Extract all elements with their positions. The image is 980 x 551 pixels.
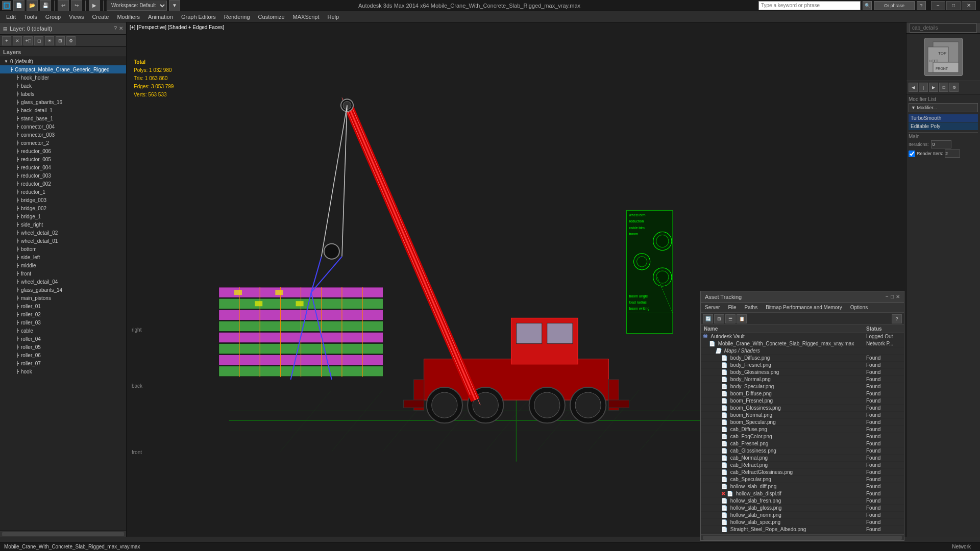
at-row-9[interactable]: 📄 boom_Fresnel.pngFound	[701, 397, 904, 405]
at-row-19[interactable]: 📄 cab_RefractGlossiness.pngFound	[701, 469, 904, 476]
menu-item-tools[interactable]: Tools	[20, 13, 41, 21]
modifier-editable-poly[interactable]: Editable Poly	[909, 122, 978, 130]
open-btn[interactable]: 📂	[27, 0, 38, 11]
layer-item-bridge_1[interactable]: ┝bridge_1	[0, 212, 126, 220]
layer-add-sel-btn[interactable]: +□	[23, 36, 33, 45]
layer-item-middle[interactable]: ┝middle	[0, 261, 126, 269]
menu-item-edit[interactable]: Edit	[2, 13, 20, 21]
layer-item-hook[interactable]: ┝hook	[0, 367, 126, 375]
at-row-11[interactable]: 📄 boom_Normal.pngFound	[701, 412, 904, 419]
layer-list[interactable]: ▼0 (default)┝Compact_Mobile_Crane_Generi…	[0, 57, 126, 531]
layer-help-btn[interactable]: ?	[114, 26, 117, 31]
rt-btn5[interactable]: ⚙	[949, 83, 959, 92]
at-row-13[interactable]: 📄 cab_Diffuse.pngFound	[701, 426, 904, 433]
layer-item-connector_003[interactable]: ┝connector_003	[0, 131, 126, 139]
at-menu-bitmap-performance-and-memory[interactable]: Bitmap Performance and Memory	[762, 304, 846, 311]
at-row-3[interactable]: 📄 body_Diffuse.pngFound	[701, 355, 904, 362]
layer-item-stand_base_1[interactable]: ┝stand_base_1	[0, 114, 126, 122]
layer-create-btn[interactable]: +	[2, 36, 11, 45]
at-row-27[interactable]: 📄 Straight_Steel_Rope_Albedo.pngFound	[701, 526, 904, 533]
close-btn[interactable]: ✕	[962, 1, 976, 10]
render-frame-btn[interactable]: ▶	[89, 0, 100, 11]
layer-item-wheel_detail_01[interactable]: ┝wheel_detail_01	[0, 237, 126, 245]
layer-item-side_left[interactable]: ┝side_left	[0, 253, 126, 261]
layer-item-reductor_004[interactable]: ┝reductor_004	[0, 163, 126, 171]
menu-item-customize[interactable]: Customize	[254, 13, 289, 21]
at-row-5[interactable]: 📄 body_Glossiness.pngFound	[701, 369, 904, 376]
undo-btn[interactable]: ↩	[58, 0, 69, 11]
layer-item-glass_gabarits_14[interactable]: ┝glass_gabarits_14	[0, 286, 126, 294]
render-iters-input[interactable]	[945, 149, 960, 158]
layer-item-back[interactable]: ┝back	[0, 82, 126, 90]
layer-item-wheel_detail_04[interactable]: ┝wheel_detail_04	[0, 278, 126, 286]
layer-item-roller_07[interactable]: ┝roller_07	[0, 359, 126, 367]
at-row-16[interactable]: 📄 cab_Glossiness.pngFound	[701, 447, 904, 455]
at-row-10[interactable]: 📄 boom_Glossiness.pngFound	[701, 405, 904, 412]
search-input[interactable]	[758, 1, 861, 10]
layer-item-back_detail_1[interactable]: ┝back_detail_1	[0, 106, 126, 114]
at-row-25[interactable]: 📄 hollow_slab_norm.pngFound	[701, 512, 904, 519]
save-btn[interactable]: 💾	[40, 0, 51, 11]
at-row-8[interactable]: 📄 boom_Diffuse.pngFound	[701, 390, 904, 397]
layer-item-roller_06[interactable]: ┝roller_06	[0, 351, 126, 359]
layer-merge-btn[interactable]: ⊞	[56, 36, 65, 45]
at-tb-btn2[interactable]: ⊞	[714, 314, 724, 323]
at-menu-options[interactable]: Options	[846, 304, 872, 311]
at-menu-file[interactable]: File	[724, 304, 740, 311]
layer-delete-btn[interactable]: ✕	[13, 36, 22, 45]
menu-item-help[interactable]: Help	[324, 13, 344, 21]
at-row-22[interactable]: ✖📄 hollow_slab_displ.tifFound	[701, 490, 904, 497]
modifier-turbosmooth[interactable]: TurboSmooth	[909, 114, 978, 122]
rt-btn4[interactable]: ⊡	[939, 83, 948, 92]
at-row-21[interactable]: 📄 hollow_slab_diff.pngFound	[701, 483, 904, 490]
menu-item-maxscript[interactable]: MAXScript	[289, 13, 324, 21]
at-row-18[interactable]: 📄 cab_Refract.pngFound	[701, 462, 904, 469]
rt-btn3[interactable]: ▶	[929, 83, 938, 92]
at-row-2[interactable]: 📄 Maps / Shaders	[701, 347, 904, 355]
minimize-btn[interactable]: −	[931, 1, 945, 10]
at-row-14[interactable]: 📄 cab_FogColor.pngFound	[701, 433, 904, 440]
layer-highlight-btn[interactable]: ☀	[45, 36, 54, 45]
at-row-15[interactable]: 📄 cab_Fresnel.pngFound	[701, 440, 904, 447]
at-row-26[interactable]: 📄 hollow_slab_spec.pngFound	[701, 519, 904, 526]
layer-close-btn[interactable]: ✕	[119, 26, 123, 31]
modifier-dropdown[interactable]: ▼ Modifier...	[909, 105, 977, 110]
layer-item-roller_03[interactable]: ┝roller_03	[0, 318, 126, 327]
rt-btn1[interactable]: ◀	[909, 83, 918, 92]
layer-item-reductor_003[interactable]: ┝reductor_003	[0, 171, 126, 180]
layer-item-front[interactable]: ┝front	[0, 269, 126, 278]
at-row-1[interactable]: 📄 Mobile_Crane_With_Concrete_Slab_Rigged…	[701, 340, 904, 347]
at-tb-btn3[interactable]: ☰	[725, 314, 736, 323]
maximize-btn[interactable]: □	[946, 1, 961, 10]
at-row-17[interactable]: 📄 cab_Normal.pngFound	[701, 455, 904, 462]
at-row-4[interactable]: 📄 body_Fresnel.pngFound	[701, 362, 904, 369]
layer-item-bridge_003[interactable]: ┝bridge_003	[0, 196, 126, 204]
layer-item-side_right[interactable]: ┝side_right	[0, 220, 126, 229]
menu-item-create[interactable]: Create	[88, 13, 113, 21]
at-row-24[interactable]: 📄 hollow_slab_gloss.pngFound	[701, 505, 904, 512]
layer-item-roller_04[interactable]: ┝roller_04	[0, 335, 126, 343]
layer-item-bridge_002[interactable]: ┝bridge_002	[0, 204, 126, 212]
layer-item-reductor_006[interactable]: ┝reductor_006	[0, 147, 126, 155]
layer-item-compact_crane[interactable]: ┝Compact_Mobile_Crane_Generic_Rigged	[0, 65, 126, 73]
at-row-20[interactable]: 📄 cab_Specular.pngFound	[701, 476, 904, 483]
viewport-cube[interactable]: TOP LEFT FRONT	[924, 38, 963, 76]
search-options-btn[interactable]: Or phrase	[874, 1, 915, 10]
workspace-arrow[interactable]: ▼	[169, 0, 180, 11]
layer-item-wheel_detail_02[interactable]: ┝wheel_detail_02	[0, 229, 126, 237]
workspace-select[interactable]: Workspace: Default	[107, 1, 167, 11]
layer-item-reductor_1[interactable]: ┝reductor_1	[0, 188, 126, 196]
layer-item-reductor_002[interactable]: ┝reductor_002	[0, 180, 126, 188]
layer-item-bottom[interactable]: ┝bottom	[0, 245, 126, 253]
redo-btn[interactable]: ↪	[71, 0, 82, 11]
at-row-23[interactable]: 📄 hollow_slab_fresn.pngFound	[701, 497, 904, 505]
at-maximize[interactable]: □	[891, 294, 894, 299]
layer-item-roller_02[interactable]: ┝roller_02	[0, 310, 126, 318]
menu-item-views[interactable]: Views	[65, 13, 88, 21]
at-row-12[interactable]: 📄 boom_Specular.pngFound	[701, 419, 904, 426]
layer-item-roller_05[interactable]: ┝roller_05	[0, 343, 126, 351]
at-menu-paths[interactable]: Paths	[741, 304, 762, 311]
menu-item-animation[interactable]: Animation	[144, 13, 177, 21]
at-menu-server[interactable]: Server	[701, 304, 724, 311]
layer-item-0_default[interactable]: ▼0 (default)	[0, 57, 126, 65]
